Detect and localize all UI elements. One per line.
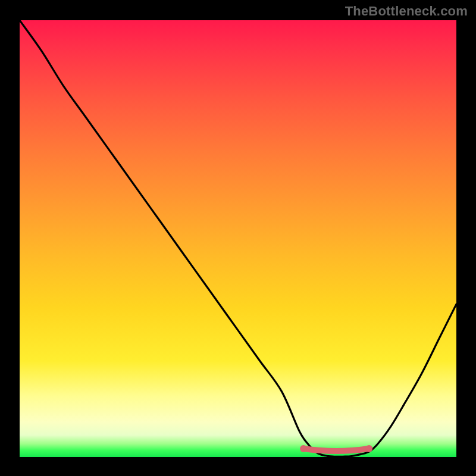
highlight-segment <box>303 449 369 451</box>
watermark-text: TheBottleneck.com <box>345 4 468 19</box>
bottleneck-curve <box>20 20 456 456</box>
highlight-end-dot <box>365 445 372 452</box>
highlight-start-dot <box>300 445 307 452</box>
chart-frame: TheBottleneck.com <box>0 0 476 476</box>
curve-svg <box>20 20 456 457</box>
plot-area <box>20 20 456 457</box>
